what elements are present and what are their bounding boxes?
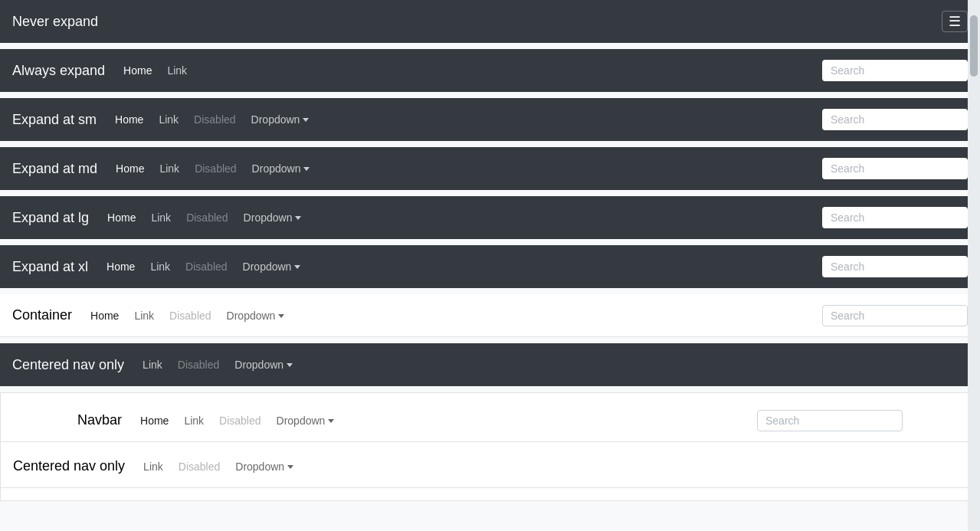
nav-link-home-lg[interactable]: Home <box>101 207 142 228</box>
navbar-never-expand: Never expand ☰ <box>0 0 980 43</box>
nav-link-link-md[interactable]: Link <box>153 158 185 179</box>
nav-links-container: Home Link Disabled Dropdown <box>84 310 822 322</box>
nav-link-home[interactable]: Home <box>117 60 158 81</box>
list-item: Dropdown <box>246 162 316 175</box>
brand-expand-lg[interactable]: Expand at lg <box>12 210 89 226</box>
nav-link-dropdown-xl[interactable]: Dropdown <box>237 256 307 277</box>
nav-links-always-expand: Home Link <box>117 64 822 77</box>
list-item: Dropdown <box>228 359 299 371</box>
search-form-expand-md <box>822 158 968 179</box>
nav-link-home-light[interactable]: Home <box>134 410 175 431</box>
list-item: Link <box>178 415 210 427</box>
list-item: Home <box>84 310 125 322</box>
search-input-expand-lg[interactable] <box>822 207 968 228</box>
search-form-expand-lg <box>822 207 968 228</box>
navbar-centered-dark: Centered nav only Link Disabled Dropdown <box>0 343 980 386</box>
list-item: Disabled <box>188 113 241 126</box>
navbar-expand-lg: Expand at lg Home Link Disabled Dropdown <box>0 196 980 239</box>
nav-link-home-container[interactable]: Home <box>84 305 125 326</box>
list-item: Disabled <box>179 261 233 273</box>
list-item: Disabled <box>188 162 242 175</box>
nav-link-dropdown-sm[interactable]: Dropdown <box>245 109 316 130</box>
search-input-container[interactable] <box>822 305 968 326</box>
search-form-expand-xl <box>822 256 968 277</box>
nav-link-link-xl[interactable]: Link <box>144 256 176 277</box>
nav-link-home-sm[interactable]: Home <box>109 109 149 130</box>
navbar-toggler[interactable]: ☰ <box>942 11 968 32</box>
nav-links-expand-md: Home Link Disabled Dropdown <box>110 162 822 175</box>
nav-link-link[interactable]: Link <box>161 60 193 81</box>
search-form-expand-sm <box>822 109 968 130</box>
nav-link-link-container[interactable]: Link <box>128 305 160 326</box>
nav-link-home-md[interactable]: Home <box>110 158 150 179</box>
search-input-expand-sm[interactable] <box>822 109 968 130</box>
hamburger-icon: ☰ <box>949 14 961 29</box>
nav-link-disabled-light: Disabled <box>213 410 267 431</box>
brand-always-expand[interactable]: Always expand <box>12 63 105 79</box>
list-item: Dropdown <box>270 415 341 427</box>
search-input-light[interactable] <box>757 410 903 431</box>
list-item: Home <box>134 415 175 427</box>
brand-centered-light[interactable]: Centered nav only <box>13 458 125 474</box>
scrollbar-thumb[interactable] <box>970 15 978 77</box>
nav-links-centered-dark: Link Disabled Dropdown <box>136 359 968 371</box>
brand-never-expand[interactable]: Never expand <box>12 14 98 30</box>
nav-link-home-xl[interactable]: Home <box>100 256 141 277</box>
navbar-container: Container Home Link Disabled Dropdown <box>0 294 980 337</box>
nav-links-centered-light: Link Disabled Dropdown <box>137 461 967 473</box>
search-input-expand-xl[interactable] <box>822 256 968 277</box>
list-item: Link <box>136 359 169 371</box>
search-form-always-expand <box>822 60 968 81</box>
nav-link-dropdown-lg[interactable]: Dropdown <box>238 207 308 228</box>
list-item: Disabled <box>180 211 234 224</box>
list-item: Link <box>145 211 177 224</box>
nav-link-disabled-sm: Disabled <box>188 109 241 130</box>
nav-link-link-lg[interactable]: Link <box>145 207 177 228</box>
list-item: Disabled <box>163 310 217 322</box>
brand-container[interactable]: Container <box>12 307 72 323</box>
navbar-light: Navbar Home Link Disabled Dropdown <box>1 399 979 442</box>
list-item: Dropdown <box>237 261 307 273</box>
list-item: Home <box>100 261 141 273</box>
nav-link-disabled-md: Disabled <box>188 158 242 179</box>
nav-link-dropdown-md[interactable]: Dropdown <box>246 158 316 179</box>
brand-expand-xl[interactable]: Expand at xl <box>12 259 88 275</box>
nav-links-expand-sm: Home Link Disabled Dropdown <box>109 113 822 126</box>
nav-link-link-centered-light[interactable]: Link <box>137 456 169 477</box>
list-item: Dropdown <box>229 461 300 473</box>
list-item: Link <box>128 310 160 322</box>
nav-link-dropdown-centered-light[interactable]: Dropdown <box>229 456 300 477</box>
brand-light[interactable]: Navbar <box>77 412 122 428</box>
list-item: Dropdown <box>245 113 316 126</box>
nav-links-expand-lg: Home Link Disabled Dropdown <box>101 211 822 224</box>
nav-links-expand-xl: Home Link Disabled Dropdown <box>100 261 822 273</box>
nav-link-disabled-centered-light: Disabled <box>172 456 226 477</box>
nav-link-dropdown-centered-dark[interactable]: Dropdown <box>228 354 299 375</box>
nav-link-link-light[interactable]: Link <box>178 410 210 431</box>
navbar-centered-light: Centered nav only Link Disabled Dropdown <box>1 445 979 488</box>
list-item: Disabled <box>172 359 225 371</box>
nav-link-link-sm[interactable]: Link <box>152 109 185 130</box>
list-item: Link <box>152 113 185 126</box>
list-item: Link <box>137 461 169 473</box>
brand-expand-sm[interactable]: Expand at sm <box>12 112 97 128</box>
brand-expand-md[interactable]: Expand at md <box>12 161 97 177</box>
navbar-expand-md: Expand at md Home Link Disabled Dropdown <box>0 147 980 190</box>
list-item: Link <box>153 162 185 175</box>
nav-link-disabled-container: Disabled <box>163 305 217 326</box>
search-input-expand-md[interactable] <box>822 158 968 179</box>
navbar-expand-sm: Expand at sm Home Link Disabled Dropdown <box>0 98 980 141</box>
brand-centered-dark[interactable]: Centered nav only <box>12 357 124 373</box>
nav-link-dropdown-container[interactable]: Dropdown <box>221 305 291 326</box>
search-input-always-expand[interactable] <box>822 60 968 81</box>
nav-link-disabled-centered-dark: Disabled <box>172 354 225 375</box>
nav-link-disabled-lg: Disabled <box>180 207 234 228</box>
list-item: Dropdown <box>221 310 291 322</box>
list-item: Home <box>110 162 150 175</box>
nav-link-link-centered-dark[interactable]: Link <box>136 354 169 375</box>
nav-links-light: Home Link Disabled Dropdown <box>134 415 757 427</box>
list-item: Disabled <box>172 461 226 473</box>
nav-link-dropdown-light[interactable]: Dropdown <box>270 410 341 431</box>
list-item: Dropdown <box>238 211 308 224</box>
nav-link-disabled-xl: Disabled <box>179 256 233 277</box>
